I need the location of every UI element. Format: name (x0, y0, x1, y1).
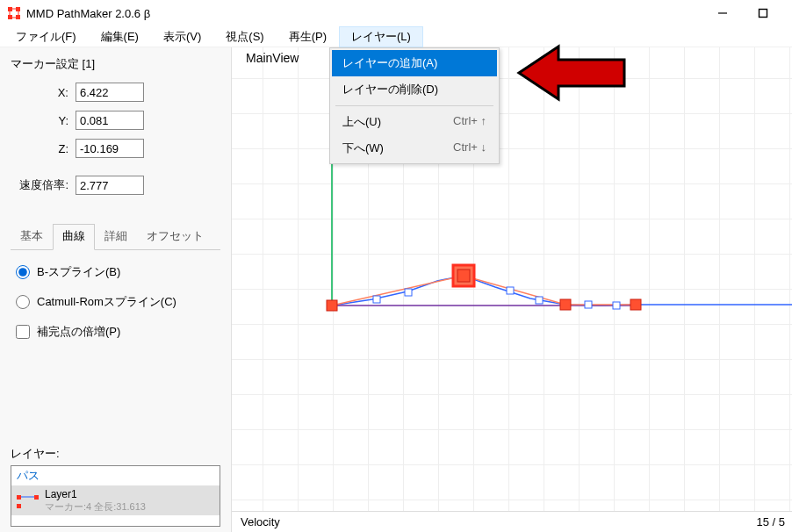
svg-rect-12 (373, 296, 380, 303)
check-multiply-input[interactable] (16, 325, 30, 339)
radio-bspline-input[interactable] (16, 265, 30, 279)
svg-rect-9 (34, 495, 39, 500)
app-icon (7, 6, 21, 20)
dropdown-separator (335, 105, 493, 106)
svg-rect-7 (17, 495, 21, 500)
layer-thumb-icon (15, 490, 41, 513)
speed-label: 速度倍率: (11, 177, 76, 193)
radio-catmull-label: Catmull-Romスプライン(C) (37, 294, 176, 310)
z-input[interactable] (76, 139, 144, 158)
marker-settings-title: マーカー設定 [1] (11, 56, 220, 72)
svg-rect-20 (630, 299, 641, 310)
radio-catmull-input[interactable] (16, 295, 30, 309)
svg-rect-22 (457, 270, 470, 282)
y-label: Y: (11, 114, 76, 127)
velocity-label: Velocity (241, 515, 280, 528)
sidebar: マーカー設定 [1] X: Y: Z: 速度倍率: 基本 曲線 詳細 オフセット… (0, 47, 232, 532)
tab-offset[interactable]: オフセット (137, 224, 213, 250)
radio-bspline[interactable]: B-スプライン(B) (16, 264, 215, 280)
tab-basic[interactable]: 基本 (11, 224, 53, 250)
svg-rect-15 (536, 297, 543, 304)
svg-rect-19 (560, 299, 571, 310)
x-label: X: (11, 86, 76, 99)
dropdown-add-layer-label: レイヤーの追加(A) (342, 55, 437, 71)
main-view-label: MainView (246, 51, 299, 65)
dropdown-move-up-shortcut: Ctrl+ ↑ (453, 114, 486, 130)
menu-viewpoint[interactable]: 視点(S) (213, 26, 276, 47)
svg-rect-8 (17, 504, 21, 508)
maximize-button[interactable] (755, 5, 771, 21)
layer-item-info: マーカー:4 全長:31.613 (45, 500, 146, 514)
layer-section-label: レイヤー: (11, 446, 220, 462)
svg-rect-16 (585, 301, 592, 308)
z-label: Z: (11, 142, 76, 155)
layer-item[interactable]: Layer1 マーカー:4 全長:31.613 (11, 486, 220, 515)
frame-counter: 15 / 5 (756, 515, 785, 528)
svg-rect-5 (760, 10, 767, 18)
window-title: MMD PathMaker 2.0.6 β (26, 7, 715, 20)
layer-header: パス (11, 466, 220, 486)
y-input[interactable] (76, 111, 144, 130)
menu-edit[interactable]: 編集(E) (89, 26, 151, 47)
dropdown-add-layer[interactable]: レイヤーの追加(A) (332, 50, 497, 76)
check-multiply[interactable]: 補完点の倍増(P) (16, 324, 215, 340)
dropdown-move-up-label: 上へ(U) (342, 114, 381, 130)
tab-detail[interactable]: 詳細 (95, 224, 137, 250)
menu-play[interactable]: 再生(P) (277, 26, 339, 47)
dropdown-move-up[interactable]: 上へ(U) Ctrl+ ↑ (332, 109, 497, 135)
layer-item-name: Layer1 (45, 488, 146, 500)
x-input[interactable] (76, 83, 144, 102)
layer-dropdown: レイヤーの追加(A) レイヤーの削除(D) 上へ(U) Ctrl+ ↑ 下へ(W… (329, 47, 500, 164)
tab-curve[interactable]: 曲線 (53, 224, 95, 250)
path-graph (232, 47, 792, 511)
minimize-button[interactable] (715, 5, 731, 21)
svg-rect-17 (613, 302, 620, 309)
dropdown-move-down-shortcut: Ctrl+ ↓ (453, 140, 486, 156)
dropdown-move-down-label: 下へ(W) (342, 140, 384, 156)
check-multiply-label: 補完点の倍増(P) (37, 324, 120, 340)
svg-rect-18 (327, 300, 337, 311)
menu-layer[interactable]: レイヤー(L) (339, 26, 423, 47)
dropdown-delete-layer[interactable]: レイヤーの削除(D) (332, 76, 497, 103)
svg-rect-14 (507, 287, 514, 294)
dropdown-move-down[interactable]: 下へ(W) Ctrl+ ↓ (332, 135, 497, 162)
dropdown-delete-layer-label: レイヤーの削除(D) (342, 82, 438, 97)
menu-view[interactable]: 表示(V) (151, 26, 213, 47)
menu-file[interactable]: ファイル(F) (4, 26, 89, 47)
radio-catmull[interactable]: Catmull-Romスプライン(C) (16, 294, 215, 310)
radio-bspline-label: B-スプライン(B) (37, 264, 120, 280)
tabs: 基本 曲線 詳細 オフセット (11, 223, 220, 250)
canvas[interactable] (232, 47, 792, 511)
menubar: ファイル(F) 編集(E) 表示(V) 視点(S) 再生(P) レイヤー(L) (0, 26, 792, 47)
speed-input[interactable] (76, 176, 144, 195)
layer-listbox[interactable]: パス Layer1 マーカー:4 全長:31.613 (11, 465, 220, 527)
svg-rect-13 (405, 289, 412, 296)
